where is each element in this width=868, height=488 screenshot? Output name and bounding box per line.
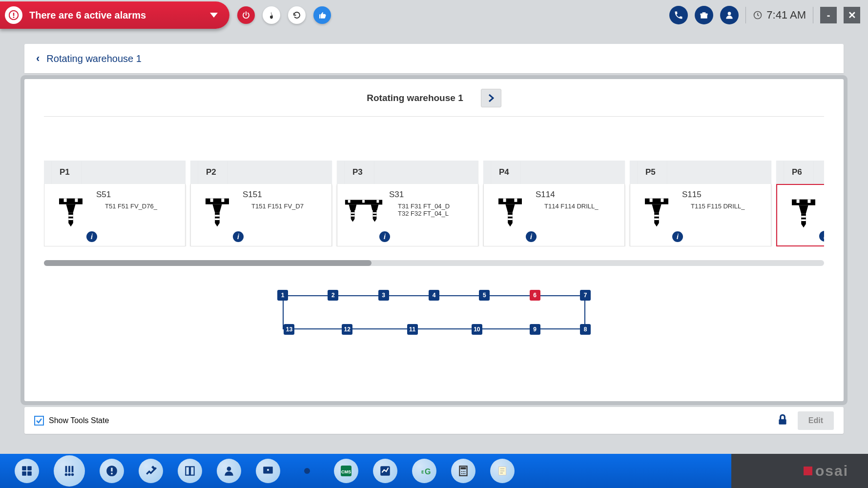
clock-display: 7:41 AM [753,9,806,21]
position-node[interactable]: 7 [580,290,591,301]
tool-name: S114 [536,190,620,200]
svg-point-70 [68,473,71,476]
position-node[interactable]: 10 [472,324,482,335]
tool-name: S31 [389,190,473,200]
svg-rect-47 [661,199,663,202]
svg-rect-12 [68,215,73,217]
drill-icon [342,190,385,233]
scrollbar-thumb[interactable] [44,260,372,266]
taskbar-alarm-button[interactable] [100,459,124,483]
brand-text: osai [815,463,848,479]
horizontal-scrollbar[interactable] [44,260,824,266]
position-label-row: P5 [630,161,771,184]
edit-button[interactable]: Edit [798,411,834,430]
svg-point-92 [464,473,465,474]
taskbar-tools-button[interactable] [54,455,85,487]
svg-marker-3 [210,13,218,18]
taskbar-eg-button[interactable]: ᴇG [412,459,436,483]
lock-icon [776,413,789,428]
svg-rect-45 [645,199,668,204]
tool-card[interactable]: P4S114T114 F114 DRILL_i [483,161,625,246]
svg-point-69 [65,473,68,476]
svg-point-87 [461,471,462,472]
panel-header: Rotating warehouse 1 [44,89,824,117]
svg-rect-73 [111,468,112,472]
position-node[interactable]: 8 [580,324,591,335]
power-button[interactable] [237,6,255,24]
taskbar-chart-button[interactable] [373,459,397,483]
taskbar-notes-button[interactable] [490,459,515,483]
tool-detail-line: T31 F31 FT_04_D [398,203,473,210]
position-node[interactable]: 2 [328,290,338,301]
svg-rect-86 [461,467,466,469]
taskbar-settings-button[interactable] [139,459,163,483]
position-node[interactable]: 1 [277,290,288,301]
svg-text:G: G [425,468,431,476]
svg-rect-4 [701,14,708,15]
taskbar-cms-button[interactable]: CMS [334,459,358,483]
svg-point-88 [463,471,464,472]
close-button[interactable]: ✕ [844,7,860,23]
position-node[interactable]: 9 [530,324,540,335]
tool-card-body: S51T51 F51 FV_D76_i [44,184,186,246]
svg-rect-33 [373,210,377,219]
info-icon[interactable]: i [233,231,244,242]
refresh-button[interactable] [288,6,306,24]
thumbsup-button[interactable] [313,6,331,24]
svg-rect-50 [654,215,659,217]
tool-card[interactable]: P1S51T51 F51 FV_D76_i [44,161,186,246]
tool-name: S151 [243,190,327,200]
breadcrumb-title: Rotating warehouse 1 [46,53,142,64]
svg-rect-29 [351,212,355,214]
tool-card[interactable]: P3S31T31 F31 FT_04_DT32 F32 FT_04_Li [337,161,478,246]
panel-title: Rotating warehouse 1 [367,93,463,103]
tool-card-body: S151T151 F151 FV_D7i [190,184,332,246]
drill-icon [782,191,824,234]
position-label-row: P4 [483,161,625,184]
svg-rect-49 [654,212,659,223]
position-node[interactable]: 6 [530,290,540,301]
back-chevron-icon[interactable]: ‹ [36,52,40,65]
alarm-dropdown[interactable]: There are 6 active alarms [0,1,229,29]
tool-card[interactable]: P5S115T115 F115 DRILL_i [630,161,771,246]
position-node[interactable]: 11 [407,324,418,335]
show-tools-state-checkbox[interactable]: Show Tools State [34,416,109,426]
minimize-button[interactable]: - [820,7,837,23]
taskbar-apps-button[interactable] [15,459,39,483]
position-node[interactable]: 5 [479,290,490,301]
svg-point-74 [111,473,113,475]
info-icon[interactable]: i [379,231,390,242]
taskbar-calculator-button[interactable] [451,459,475,483]
phone-button[interactable] [669,6,688,24]
bottom-bar: Show Tools State Edit [24,407,844,434]
user-button[interactable] [720,6,739,24]
info-icon[interactable]: i [526,231,537,242]
svg-rect-1 [13,13,15,16]
position-schematic: 12345671312111098 [278,290,590,334]
tool-detail-line: T51 F51 FV_D76_ [105,203,180,210]
taskbar-layout-button[interactable] [178,459,202,483]
toolbox-button[interactable] [695,6,713,24]
position-label-row: P1 [44,161,186,184]
clock-time: 7:41 AM [766,9,806,21]
tool-cards-row: P1S51T51 F51 FV_D76_iP2S151T151 F151 FV_… [44,161,824,246]
drill-icon [49,190,92,233]
info-icon[interactable]: i [86,231,97,242]
svg-rect-57 [801,213,806,224]
svg-rect-25 [362,200,365,203]
svg-rect-20 [215,215,220,217]
position-node[interactable]: 13 [284,324,294,335]
position-node[interactable]: 12 [342,324,352,335]
info-icon[interactable]: i [819,231,824,242]
taskbar-user-button[interactable] [217,459,241,483]
taskbar-dot-button[interactable] [295,459,319,483]
tool-card[interactable]: P2S151T151 F151 FV_D7i [190,161,332,246]
position-node[interactable]: 4 [429,290,439,301]
svg-rect-66 [65,466,67,472]
fire-button[interactable] [263,6,280,24]
position-node[interactable]: 3 [378,290,389,301]
info-icon[interactable]: i [672,231,683,242]
taskbar-monitor-button[interactable] [256,459,280,483]
tool-card[interactable]: P6i [776,161,824,246]
next-warehouse-button[interactable] [481,89,501,107]
